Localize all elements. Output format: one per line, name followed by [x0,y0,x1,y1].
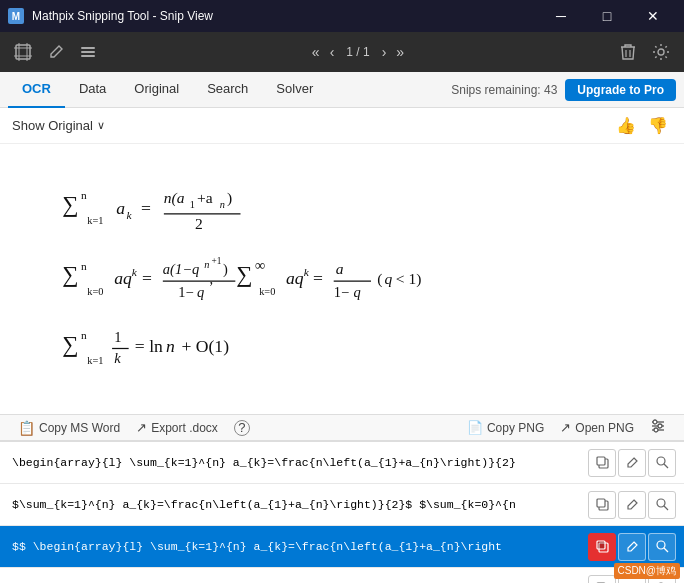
code-edit-2[interactable] [618,533,646,561]
svg-text:k: k [127,209,133,221]
title-bar-controls: ─ □ ✕ [538,0,676,32]
svg-text:k=0: k=0 [87,286,103,297]
svg-text:k: k [114,350,121,366]
svg-text:k=1: k=1 [87,355,103,366]
page-info: 1 / 1 [340,45,375,59]
copy-png-button[interactable]: 📄 Copy PNG [461,417,550,438]
svg-text:n: n [81,260,87,272]
code-search-2[interactable] [648,533,676,561]
svg-text:2: 2 [195,215,203,232]
svg-line-73 [664,506,668,510]
svg-text:,: , [209,271,213,287]
nav-next-button[interactable]: › [378,42,391,62]
action-settings-button[interactable] [644,415,672,440]
code-list: \begin{array}{l} \sum_{k=1}^{n} a_{k}=\f… [0,441,684,583]
svg-text:n: n [166,336,175,356]
svg-text:): ) [223,261,228,278]
code-item-1-actions [588,491,676,519]
code-item-1[interactable]: $\sum_{k=1}^{n} a_{k}=\frac{n\left(a_{1}… [0,484,684,526]
settings-button[interactable] [646,39,676,65]
svg-text:1: 1 [190,199,195,210]
code-item-3[interactable]: \begin{equation} \begin{array}{l} \sum_{… [0,568,684,583]
upgrade-button[interactable]: Upgrade to Pro [565,79,676,101]
main-content: Show Original ∨ 👍 👎 ∑ k=1 n a k = n(a 1 … [0,108,684,583]
svg-text:aq: aq [286,268,304,288]
code-copy-0[interactable] [588,449,616,477]
action-settings-icon [650,418,666,437]
tab-bar: OCR Data Original Search Solver Snips re… [0,72,684,108]
copy-png-label: Copy PNG [487,421,544,435]
code-search-0[interactable] [648,449,676,477]
copy-word-icon: 📋 [18,420,35,436]
svg-text:= ln: = ln [135,336,163,356]
export-docx-button[interactable]: ↗ Export .docx [130,417,224,438]
nav-prev-button[interactable]: ‹ [326,42,339,62]
snips-info: Snips remaining: 43 Upgrade to Pro [451,79,676,101]
maximize-button[interactable]: □ [584,0,630,32]
crop-button[interactable] [8,39,38,65]
minimize-button[interactable]: ─ [538,0,584,32]
code-search-1[interactable] [648,491,676,519]
svg-text:+ O(1): + O(1) [181,336,229,356]
svg-point-10 [658,49,664,55]
copy-png-icon: 📄 [467,420,483,435]
svg-rect-7 [81,55,95,57]
export-label: Export .docx [151,421,218,435]
svg-point-68 [657,457,665,465]
copy-word-button[interactable]: 📋 Copy MS Word [12,417,126,439]
svg-rect-67 [597,457,605,465]
delete-button[interactable] [614,39,642,65]
svg-text:q: q [197,284,204,300]
code-text-2: $$ \begin{array}{l} \sum_{k=1}^{n} a_{k}… [12,540,588,553]
svg-line-77 [664,548,668,552]
edit-button[interactable] [42,40,70,64]
svg-point-63 [653,420,657,424]
menu-button[interactable] [74,40,102,64]
export-icon: ↗ [136,420,147,435]
code-copy-2[interactable] [588,533,616,561]
svg-text:n: n [81,329,87,341]
svg-text:< 1): < 1) [396,270,422,288]
svg-text:aq: aq [114,268,132,288]
close-button[interactable]: ✕ [630,0,676,32]
code-copy-1[interactable] [588,491,616,519]
svg-text:∞: ∞ [255,257,265,273]
feedback-icons: 👍 👎 [612,114,672,137]
tab-solver[interactable]: Solver [262,72,327,108]
svg-text:1−: 1− [178,284,193,300]
code-edit-1[interactable] [618,491,646,519]
svg-text:n(a: n(a [164,189,185,207]
show-original-toggle[interactable]: Show Original ∨ [12,118,105,133]
code-item-0-actions [588,449,676,477]
toolbar-nav: « ‹ 1 / 1 › » [308,42,408,62]
code-item-0[interactable]: \begin{array}{l} \sum_{k=1}^{n} a_{k}=\f… [0,442,684,484]
help-button[interactable]: ? [228,417,256,439]
svg-text:=: = [142,268,152,288]
svg-rect-6 [81,51,95,53]
code-text-0: \begin{array}{l} \sum_{k=1}^{n} a_{k}=\f… [12,456,588,469]
tab-search[interactable]: Search [193,72,262,108]
nav-last-button[interactable]: » [392,42,408,62]
open-png-button[interactable]: ↗ Open PNG [554,417,640,438]
tab-ocr[interactable]: OCR [8,72,65,108]
show-original-bar: Show Original ∨ 👍 👎 [0,108,684,144]
svg-rect-5 [81,47,95,49]
svg-text:+a: +a [197,189,213,206]
code-copy-3[interactable] [588,575,616,583]
thumbup-button[interactable]: 👍 [612,114,640,137]
copy-word-label: Copy MS Word [39,421,120,435]
svg-text:a: a [116,198,125,218]
svg-text:∑: ∑ [62,262,78,287]
thumbdown-button[interactable]: 👎 [644,114,672,137]
title-bar-text: Mathpix Snipping Tool - Snip View [32,9,538,23]
nav-first-button[interactable]: « [308,42,324,62]
svg-text:q: q [353,284,360,300]
svg-text:(: ( [377,270,382,288]
code-edit-0[interactable] [618,449,646,477]
chevron-down-icon: ∨ [97,119,105,132]
code-item-2[interactable]: $$ \begin{array}{l} \sum_{k=1}^{n} a_{k}… [0,526,684,568]
tab-data[interactable]: Data [65,72,120,108]
app-icon: M [8,8,24,24]
tab-original[interactable]: Original [120,72,193,108]
svg-text:k: k [132,266,138,278]
